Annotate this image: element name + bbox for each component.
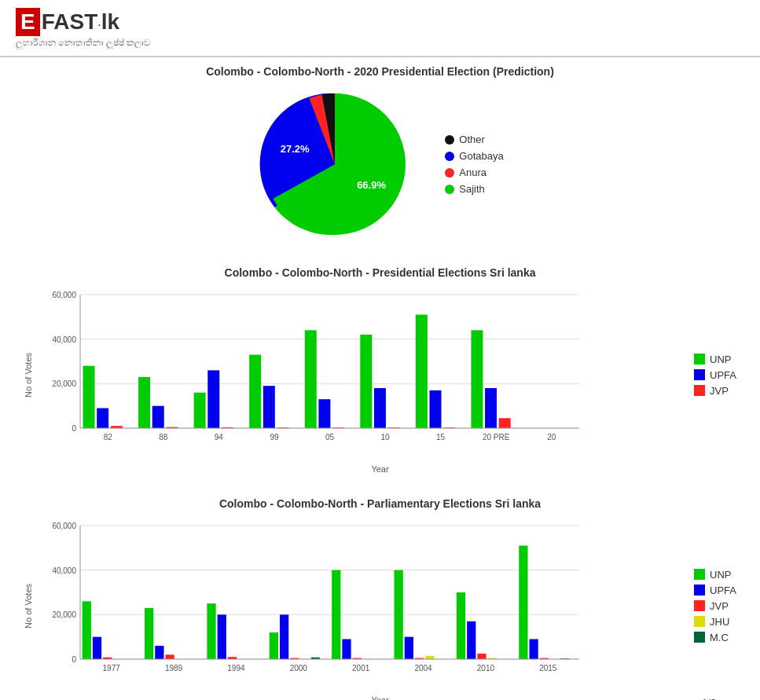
svg-rect-14 — [138, 377, 150, 428]
svg-text:20 PRE: 20 PRE — [483, 433, 510, 442]
other-dot — [445, 135, 454, 145]
parl-unp-label: UNP — [710, 569, 731, 581]
svg-rect-15 — [152, 406, 164, 428]
svg-text:2001: 2001 — [352, 664, 370, 673]
parliamentary-legend: UNP UPFA JVP JHU M.C — [694, 569, 736, 643]
header: E FAST . lk ලුහාරිශාන නොතාතිනා ලූෂ්ෂ් කල… — [0, 0, 760, 57]
svg-text:94: 94 — [215, 433, 224, 442]
svg-rect-58 — [155, 646, 163, 659]
svg-rect-26 — [305, 330, 317, 428]
svg-text:40,000: 40,000 — [52, 566, 76, 575]
svg-text:40,000: 40,000 — [52, 335, 76, 344]
other-label: Other — [459, 134, 485, 145]
svg-rect-22 — [249, 355, 261, 429]
svg-text:60,000: 60,000 — [52, 522, 76, 530]
pres-legend-jvp: JVP — [694, 385, 736, 397]
svg-text:1977: 1977 — [103, 664, 121, 673]
svg-rect-79 — [457, 592, 465, 659]
parl-jhu-label: JHU — [710, 616, 729, 628]
pie-svg-real: 66.9%27.2% — [256, 86, 413, 243]
svg-text:60,000: 60,000 — [52, 291, 76, 299]
svg-rect-77 — [425, 656, 434, 659]
parl-upfa-label: UPFA — [710, 585, 736, 596]
parl-legend-upfa: UPFA — [694, 585, 736, 596]
svg-rect-53 — [83, 601, 91, 659]
parliamentary-chart-title: Colombo - Colombo-North - Parliamentary … — [24, 497, 736, 510]
svg-rect-30 — [360, 335, 372, 428]
svg-text:10: 10 — [380, 433, 390, 442]
svg-rect-39 — [485, 388, 497, 428]
upfa-label: UPFA — [710, 369, 736, 381]
presidential-chart-section: Colombo - Colombo-North - Presidential E… — [24, 266, 736, 474]
svg-rect-70 — [332, 570, 340, 659]
parl-legend-jvp: JVP — [694, 600, 736, 612]
sajith-label: Sajith — [459, 183, 485, 195]
anura-label: Anura — [459, 167, 486, 178]
upfa-rect — [694, 369, 705, 380]
parl-jhu-rect — [694, 616, 705, 627]
svg-rect-75 — [405, 637, 413, 659]
page-indicator: 1/2 — [702, 697, 716, 700]
parl-legend-mc: M.C — [694, 632, 736, 643]
parl-jvp-label: JVP — [710, 600, 729, 612]
svg-rect-11 — [97, 409, 108, 429]
svg-rect-71 — [342, 640, 351, 660]
pie-chart-title: Colombo - Colombo-North - 2020 President… — [24, 65, 736, 78]
svg-text:27.2%: 27.2% — [281, 143, 310, 155]
parl-unp-rect — [694, 569, 705, 580]
anura-dot — [445, 168, 454, 178]
pie-chart-section: Colombo - Colombo-North - 2020 President… — [24, 65, 736, 243]
sajith-dot — [445, 185, 454, 194]
svg-rect-34 — [416, 315, 428, 429]
presidential-legend: UNP UPFA JVP — [694, 354, 736, 397]
presidential-chart-area: 020,00040,00060,0008288949905101520 PRE2… — [37, 287, 686, 463]
pie-legend: Other Gotabaya Anura Sajith — [445, 134, 503, 195]
svg-text:15: 15 — [436, 433, 446, 442]
main-content: Colombo - Colombo-North - 2020 President… — [0, 57, 760, 700]
parl-jvp-rect — [694, 600, 705, 611]
svg-rect-38 — [471, 330, 483, 428]
logo: E FAST . lk — [16, 8, 150, 36]
svg-rect-54 — [93, 637, 101, 659]
svg-rect-61 — [207, 603, 215, 659]
parliamentary-chart-section: Colombo - Colombo-North - Parliamentary … — [24, 497, 736, 700]
svg-rect-62 — [218, 614, 226, 659]
svg-rect-23 — [263, 386, 275, 428]
pie-container: 66.9%27.2% Other Gotabaya Anura Sajith — [24, 86, 736, 243]
presidential-chart-title: Colombo - Colombo-North - Presidential E… — [24, 266, 736, 279]
unp-label: UNP — [710, 354, 731, 365]
parl-mc-label: M.C — [710, 632, 729, 643]
parl-legend-unp: UNP — [694, 569, 736, 581]
parl-upfa-rect — [694, 585, 705, 596]
svg-text:1989: 1989 — [165, 664, 183, 673]
svg-rect-40 — [499, 418, 511, 428]
svg-rect-85 — [530, 640, 538, 660]
svg-rect-65 — [270, 632, 278, 659]
svg-rect-27 — [318, 399, 330, 428]
svg-text:88: 88 — [159, 433, 168, 442]
svg-text:66.9%: 66.9% — [357, 179, 386, 191]
svg-text:20: 20 — [547, 433, 556, 442]
jvp-label: JVP — [710, 385, 729, 397]
svg-rect-57 — [145, 608, 153, 659]
logo-lk: lk — [101, 9, 119, 35]
svg-text:20,000: 20,000 — [52, 610, 76, 619]
svg-rect-66 — [280, 614, 288, 659]
svg-text:82: 82 — [104, 433, 113, 442]
svg-rect-18 — [194, 393, 206, 428]
unp-rect — [694, 354, 705, 365]
presidential-y-label: No of Votes — [24, 353, 33, 398]
svg-text:05: 05 — [325, 433, 335, 442]
svg-text:20,000: 20,000 — [52, 379, 76, 388]
svg-rect-74 — [395, 570, 403, 659]
svg-text:0: 0 — [72, 655, 76, 664]
presidential-x-label: Year — [24, 464, 736, 474]
pres-legend-upfa: UPFA — [694, 369, 736, 381]
svg-text:1994: 1994 — [227, 664, 245, 673]
parliamentary-svg: 020,00040,00060,000197719891994200020012… — [37, 518, 587, 691]
svg-rect-19 — [207, 370, 219, 428]
svg-rect-35 — [430, 390, 442, 428]
svg-text:99: 99 — [270, 433, 279, 442]
legend-gotabaya: Gotabaya — [445, 150, 503, 162]
gotabaya-dot — [445, 152, 454, 161]
